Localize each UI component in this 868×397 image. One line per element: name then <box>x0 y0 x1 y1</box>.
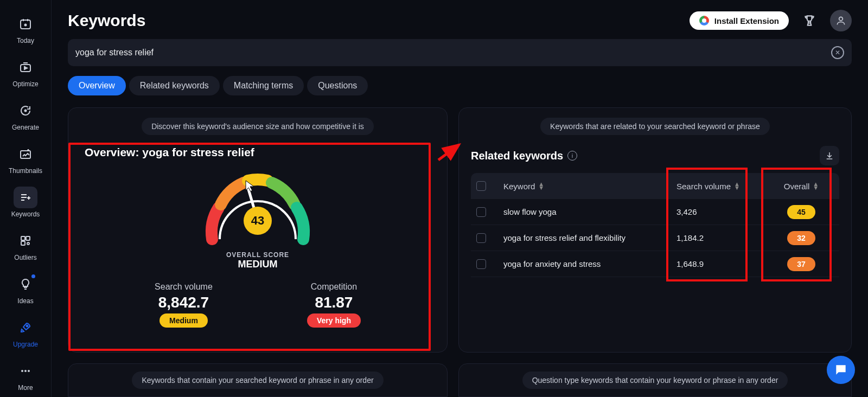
score-label-small: OVERALL SCORE <box>226 251 289 259</box>
nav-outliers[interactable]: Outliers <box>4 227 47 265</box>
svg-point-12 <box>28 370 30 372</box>
th-keyword[interactable]: Keyword▲▼ <box>503 182 676 191</box>
clear-search-button[interactable]: ✕ <box>831 46 844 59</box>
sort-icon: ▲▼ <box>538 182 544 189</box>
overview-chip: Discover this keyword's audience size an… <box>142 118 374 135</box>
chat-button[interactable] <box>827 356 855 384</box>
page-title: Keywords <box>68 11 145 30</box>
questions-card: Question type keywords that contain your… <box>458 363 852 397</box>
gauge-label: OVERALL SCORE MEDIUM <box>226 251 289 270</box>
lower-strip: Keywords that contain your searched keyw… <box>68 363 852 397</box>
main-panel: Keywords Install Extension ✕ Overview Re… <box>52 0 868 397</box>
svg-point-11 <box>24 370 27 372</box>
svg-line-14 <box>438 145 459 160</box>
nav-keywords[interactable]: Keywords <box>4 183 47 221</box>
metrics-row: Search volume 8,842.7 Medium Competition… <box>80 282 435 328</box>
image-plus-icon <box>14 143 37 165</box>
nav-ideas[interactable]: Ideas <box>4 270 47 308</box>
svg-rect-6 <box>26 236 30 240</box>
cell-keyword: yoga for stress relief and flexibility <box>503 233 676 242</box>
nav-generate[interactable]: Generate <box>4 97 47 135</box>
install-extension-button[interactable]: Install Extension <box>690 11 789 30</box>
list-plus-icon <box>14 187 37 208</box>
cell-search-volume: 1,648.9 <box>676 259 769 268</box>
topbar: Keywords Install Extension <box>68 10 852 31</box>
tab-questions[interactable]: Questions <box>307 76 368 95</box>
grid-dots-icon <box>14 230 37 252</box>
calendar-icon <box>14 13 37 35</box>
avatar[interactable] <box>830 10 852 31</box>
overall-badge: 37 <box>787 257 815 271</box>
close-icon: ✕ <box>835 49 840 56</box>
metric-competition: Competition 81.87 Very high <box>307 282 361 328</box>
metric-title: Search volume <box>155 282 213 292</box>
related-keywords-card: Keywords that are related to your search… <box>458 107 852 353</box>
nav-label: Optimize <box>12 80 38 88</box>
nav-more[interactable]: More <box>4 357 47 395</box>
th-search-volume[interactable]: Search volume▲▼ <box>676 182 769 191</box>
search-input[interactable] <box>75 48 831 57</box>
tab-related-keywords[interactable]: Related keywords <box>129 76 220 95</box>
install-label: Install Extension <box>714 16 779 25</box>
svg-point-3 <box>25 110 27 112</box>
tab-overview[interactable]: Overview <box>68 76 126 95</box>
metric-search-volume: Search volume 8,842.7 Medium <box>155 282 213 328</box>
info-icon[interactable]: i <box>567 151 577 161</box>
overall-badge: 45 <box>787 205 815 219</box>
cell-search-volume: 1,184.2 <box>676 233 769 242</box>
related-title: Related keywords <box>471 150 563 162</box>
nav-label: Upgrade <box>13 341 38 348</box>
dots-icon <box>14 360 37 382</box>
content-grid: Discover this keyword's audience size an… <box>68 107 852 353</box>
svg-point-9 <box>27 325 28 327</box>
related-table: Keyword▲▼ Search volume▲▼ Overall▲▼ slow… <box>471 173 839 277</box>
nav-optimize[interactable]: Optimize <box>4 53 47 91</box>
lightbulb-icon <box>14 273 37 295</box>
questions-chip: Question type keywords that contain your… <box>522 372 788 389</box>
svg-point-13 <box>839 17 843 21</box>
sort-icon: ▲▼ <box>734 182 740 189</box>
table-row[interactable]: yoga for anxiety and stress 1,648.9 37 <box>471 251 839 277</box>
score-gauge: 43 <box>193 164 323 251</box>
search-bar: ✕ <box>68 39 852 66</box>
tab-matching-terms[interactable]: Matching terms <box>223 76 304 95</box>
notification-dot <box>31 274 35 278</box>
table-row[interactable]: slow flow yoga 3,426 45 <box>471 199 839 225</box>
nav-label: Thumbnails <box>9 167 42 175</box>
th-checkbox[interactable] <box>476 181 503 191</box>
metric-title: Competition <box>311 282 357 292</box>
row-checkbox[interactable] <box>476 207 486 217</box>
rocket-icon <box>14 317 37 338</box>
nav-upgrade[interactable]: Upgrade <box>4 313 47 351</box>
nav-label: More <box>18 384 33 392</box>
nav-thumbnails[interactable]: Thumbnails <box>4 140 47 178</box>
sort-icon: ▲▼ <box>813 182 819 189</box>
nav-today[interactable]: Today <box>4 10 47 48</box>
related-chip: Keywords that are related to your search… <box>540 118 770 135</box>
topbar-actions: Install Extension <box>690 10 852 31</box>
table-header: Keyword▲▼ Search volume▲▼ Overall▲▼ <box>471 173 839 199</box>
row-checkbox[interactable] <box>476 259 486 269</box>
overview-title: Overview: yoga for stress relief <box>80 146 435 159</box>
gauge-container: 43 OVERALL SCORE MEDIUM <box>80 164 435 270</box>
nav-label: Outliers <box>14 254 36 261</box>
cell-keyword: slow flow yoga <box>503 207 676 216</box>
svg-rect-5 <box>21 236 25 240</box>
matching-terms-card: Keywords that contain your searched keyw… <box>68 363 448 397</box>
metric-value: 81.87 <box>315 294 353 311</box>
svg-rect-7 <box>21 241 25 245</box>
download-button[interactable] <box>820 146 839 165</box>
svg-point-10 <box>21 370 23 372</box>
competition-badge: Very high <box>307 313 361 328</box>
table-row[interactable]: yoga for stress relief and flexibility 1… <box>471 225 839 251</box>
video-play-icon <box>14 56 37 78</box>
cell-keyword: yoga for anxiety and stress <box>503 259 676 268</box>
tabs: Overview Related keywords Matching terms… <box>68 76 852 95</box>
related-header: Related keywords i <box>471 146 839 165</box>
overview-card: Discover this keyword's audience size an… <box>68 107 448 353</box>
th-overall[interactable]: Overall▲▼ <box>769 182 834 191</box>
trophy-icon[interactable] <box>799 10 820 31</box>
row-checkbox[interactable] <box>476 233 486 243</box>
nav-label: Generate <box>12 124 39 131</box>
svg-point-8 <box>27 242 29 245</box>
